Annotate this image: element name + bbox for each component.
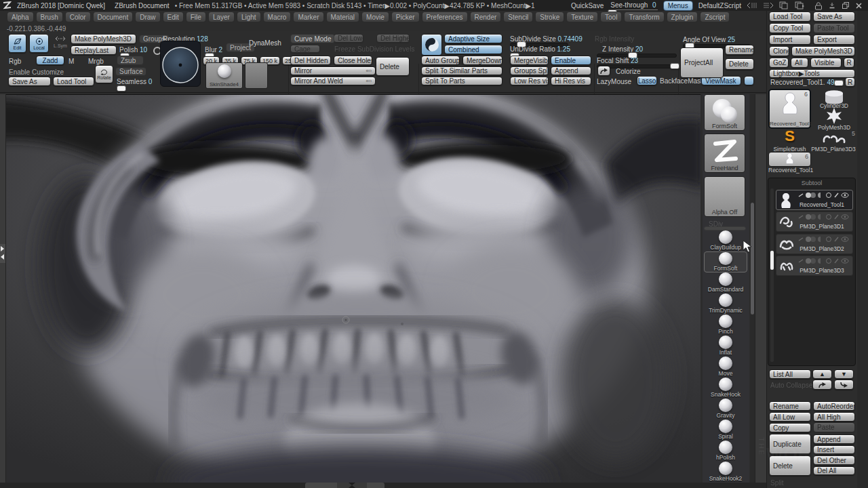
seamless-slider[interactable]: Seamless 0 <box>117 78 152 85</box>
auto-reorder-button[interactable]: AutoReorder <box>813 401 855 411</box>
surface-button[interactable]: Surface <box>115 67 146 76</box>
menu-color[interactable]: Color <box>65 12 91 22</box>
r-button-2[interactable]: R <box>845 77 855 87</box>
menu-edit[interactable]: Edit <box>163 12 184 22</box>
stroke-preview-tile[interactable] <box>160 41 201 87</box>
left-tray-divider[interactable] <box>0 94 6 483</box>
adaptive-size-button[interactable]: Adaptive Size <box>444 34 502 43</box>
del-all-button[interactable]: Del All <box>813 466 855 475</box>
right-tray-divider[interactable] <box>755 94 767 483</box>
paste-tool-button[interactable]: Paste Tool <box>813 23 855 33</box>
menu-light[interactable]: Light <box>237 12 261 22</box>
scrollbar-thumb[interactable] <box>751 203 754 314</box>
default-zscript-button[interactable]: DefaultZScript <box>698 2 741 9</box>
subtool-header[interactable]: Subtool <box>768 180 856 186</box>
brush-Move[interactable]: Move <box>704 357 747 378</box>
menu-file[interactable]: File <box>186 12 206 22</box>
brush-DamStandard[interactable]: DamStandard <box>704 272 747 293</box>
load-tool-button[interactable]: Load Tool <box>53 77 94 86</box>
freeze-subdivision-label[interactable]: Freeze SubDivision Levels <box>334 45 414 53</box>
menu-layer[interactable]: Layer <box>208 12 235 22</box>
del-lower-button[interactable]: Del Lower <box>334 34 363 43</box>
menu-zscript[interactable]: Zscript <box>700 12 730 22</box>
subtool-item-pm3d_plane3d1[interactable]: PM3D_Plane3D1 <box>776 211 853 232</box>
split-to-similar-parts-button[interactable]: Split To Similar Parts <box>421 66 502 75</box>
all-low-button[interactable]: All Low <box>769 412 811 422</box>
paste-subtool-button[interactable]: Paste <box>813 422 855 432</box>
bottom-tray-handle[interactable] <box>305 483 384 488</box>
seamless-knob[interactable] <box>117 85 126 92</box>
subtool-item-pm3d_plane3d3[interactable]: PM3D_Plane3D3 <box>776 256 853 276</box>
menu-marker[interactable]: Marker <box>293 12 323 22</box>
merge-down-button[interactable]: MergeDown <box>462 56 502 65</box>
subtool-item-recovered_tool1[interactable]: Recovered_Tool1 <box>776 190 853 210</box>
mirror-button[interactable]: Mirror «‹› <box>290 66 376 75</box>
groups-split-button[interactable]: Groups Split <box>510 66 549 75</box>
make-polymesh3d-button[interactable]: Make PolyMesh3D <box>71 34 136 44</box>
lightbox-tools-button[interactable]: Lightbox▶Tools <box>769 69 855 78</box>
menu-picker[interactable]: Picker <box>391 12 420 22</box>
project-all-button[interactable]: ProjectAll <box>680 47 724 78</box>
lasso-button[interactable]: Lasso <box>637 76 657 85</box>
r-button-1[interactable]: R <box>844 58 854 68</box>
menu-macro[interactable]: Macro <box>263 12 292 22</box>
focal-shift-slider[interactable]: Focal Shift 23 <box>597 57 638 64</box>
current-alpha-tile[interactable]: Alpha Off <box>704 176 745 217</box>
mirror-and-weld-button[interactable]: Mirror And Weld «‹› <box>290 77 376 85</box>
viewport-canvas[interactable] <box>5 94 701 483</box>
all-button[interactable]: All <box>791 58 808 68</box>
export-button[interactable]: Export <box>813 35 855 45</box>
z-intensity-slider[interactable]: Z Intensity 20 <box>602 45 643 53</box>
brush-SnakeHook2[interactable]: SnakeHook2 <box>704 462 747 483</box>
brush-Inflat[interactable]: Inflat <box>704 336 747 357</box>
menu-movie[interactable]: Movie <box>361 12 389 22</box>
subtool-row-icons[interactable] <box>797 236 850 244</box>
menu-alpha[interactable]: Alpha <box>7 12 34 22</box>
menu-stroke[interactable]: Stroke <box>535 12 564 22</box>
subtool-scroll-thumb[interactable] <box>770 251 774 270</box>
menu-texture[interactable]: Texture <box>566 12 598 22</box>
load-config-icon[interactable] <box>795 1 805 9</box>
delete-button[interactable]: Delete <box>376 57 410 76</box>
make-polymesh3d-panel-button[interactable]: Make PolyMesh3D <box>791 46 855 56</box>
brush-Gravity[interactable]: Gravity <box>704 399 747 420</box>
local-symmetry-button[interactable]: Local <box>29 34 49 53</box>
auto-collapse-label[interactable]: Auto Collapse <box>770 382 812 389</box>
menu-tool[interactable]: Tool <box>600 12 622 22</box>
move-in-button[interactable] <box>834 380 854 390</box>
menu-transform[interactable]: Transform <box>624 12 664 22</box>
edit-mode-button[interactable]: Edit <box>8 34 26 53</box>
lsym-button[interactable]: L.Sym <box>52 36 68 48</box>
delete-subtool-button[interactable]: Delete <box>769 455 811 476</box>
mrgb-label[interactable]: Mrgb <box>88 58 104 65</box>
texture-tile[interactable] <box>245 62 268 89</box>
subtool-row-icons[interactable] <box>797 192 850 200</box>
brush-Pinch[interactable]: Pinch <box>704 314 747 336</box>
menu-zplugin[interactable]: Zplugin <box>667 12 698 22</box>
replay-last-button[interactable]: ReplayLast <box>71 45 117 55</box>
menu-preferences[interactable]: Preferences <box>422 12 468 22</box>
menu-document[interactable]: Document <box>93 12 134 22</box>
all-high-button[interactable]: All High <box>813 412 855 422</box>
combined-button[interactable]: Combined <box>444 45 502 54</box>
left-tray-handle[interactable] <box>0 244 5 263</box>
backface-mask-label[interactable]: BackfaceMask <box>660 77 704 85</box>
menus-toggle-button[interactable]: Menus <box>663 1 693 11</box>
move-up-button[interactable]: ▲ <box>812 369 832 379</box>
low-res-vis-button[interactable]: Low Res vis <box>510 77 549 85</box>
material-tile[interactable]: SkinShade4 <box>205 62 243 89</box>
lazy-mouse-label[interactable]: LazyMouse <box>597 78 631 85</box>
split-section-label[interactable]: Split <box>770 479 783 487</box>
zsub-button[interactable]: Zsub <box>117 56 144 65</box>
see-through-slider[interactable]: See-through 0 <box>609 1 657 10</box>
list-all-button[interactable]: List All <box>769 369 811 379</box>
hi-res-vis-button[interactable]: Hi Res vis <box>551 77 591 85</box>
subtool-item-pm3d_plane3d2[interactable]: PM3D_Plane3D2 <box>776 234 853 254</box>
brush-TrimDynamic[interactable]: TrimDynamic <box>704 293 747 314</box>
copy-tool-button[interactable]: Copy Tool <box>769 23 811 33</box>
subtool-scroll-track[interactable] <box>770 188 774 362</box>
brush-list-scrollbar[interactable] <box>750 94 755 483</box>
zadd-button[interactable]: Zadd <box>36 56 64 65</box>
auto-groups-button[interactable]: Auto Groups <box>421 56 460 65</box>
del-hidden-button[interactable]: Del Hidden <box>290 56 331 65</box>
